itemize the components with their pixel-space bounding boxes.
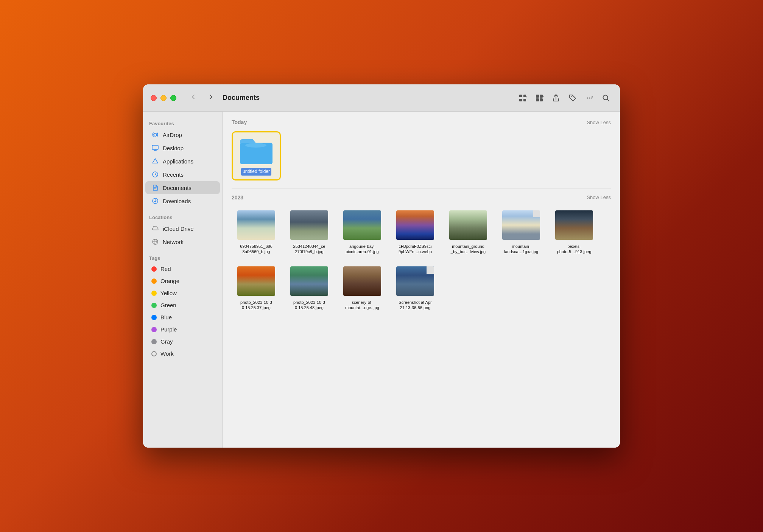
sidebar-item-tag-red[interactable]: Red: [145, 263, 220, 275]
list-view-button[interactable]: [533, 92, 546, 104]
svg-point-11: [587, 97, 588, 98]
svg-rect-17: [152, 145, 158, 149]
sidebar-item-desktop[interactable]: Desktop: [145, 142, 220, 154]
gray-label: Gray: [160, 338, 173, 345]
svg-rect-6: [540, 95, 543, 98]
photo-item-6[interactable]: mountain-landsca…1gxa.jpg: [497, 207, 546, 259]
svg-point-13: [591, 97, 592, 98]
year-label: 2023: [232, 194, 243, 201]
recents-label: Recents: [163, 171, 184, 178]
untitled-folder-item[interactable]: untitled folder: [232, 131, 281, 180]
photo-item-8[interactable]: photo_2023-10-30 15.25.37.jpeg: [232, 263, 281, 315]
minimize-button[interactable]: [160, 95, 167, 101]
sidebar-item-airdrop[interactable]: AirDrop: [145, 128, 220, 141]
yellow-dot: [151, 291, 157, 296]
photo-item-4[interactable]: cHJpdmF0ZS9sci9pbWFn…n.webp: [391, 207, 440, 259]
photo-item-10[interactable]: scenery-of-mountai…nge-.jpg: [338, 263, 387, 315]
maximize-button[interactable]: [170, 95, 176, 101]
photo-thumb-6: [502, 210, 540, 240]
photo-thumb-8: [237, 266, 275, 296]
sidebar-item-tag-gray[interactable]: Gray: [145, 336, 220, 347]
photo-item-9[interactable]: photo_2023-10-30 15.25.48.jpeg: [285, 263, 334, 315]
sidebar-item-tag-orange[interactable]: Orange: [145, 275, 220, 287]
sidebar-item-downloads[interactable]: Downloads: [145, 194, 220, 207]
photo-name-5: mountain_ground_by_bur…lview.jpg: [449, 243, 487, 255]
icloud-icon: [151, 225, 159, 232]
main-area: Favourites AirDrop: [143, 112, 620, 448]
photo-item-11[interactable]: Screenshot at Apr21 13-36-56.png: [391, 263, 440, 315]
photo-item-2[interactable]: 25341240344_ce270f19c8_b.jpg: [285, 207, 334, 259]
svg-rect-0: [519, 95, 522, 97]
search-button[interactable]: [600, 92, 612, 104]
photo-name-11: Screenshot at Apr21 13-36-56.png: [397, 299, 433, 311]
photo-item-7[interactable]: pexels-photo-5…913.jpeg: [550, 207, 599, 259]
share-button[interactable]: [550, 92, 562, 104]
tags-label: Tags: [143, 252, 222, 263]
titlebar-center: Documents: [184, 92, 516, 104]
icon-view-button[interactable]: [516, 92, 529, 104]
show-less-year-button[interactable]: Show Less: [587, 194, 611, 200]
sidebar-item-applications[interactable]: Applications: [145, 155, 220, 168]
red-dot: [151, 266, 157, 272]
photo-item-1[interactable]: 6904758951_6868a06560_b.jpg: [232, 207, 281, 259]
today-label: Today: [232, 119, 247, 125]
photo-name-7: pexels-photo-5…913.jpeg: [556, 243, 593, 255]
sidebar-item-tag-purple[interactable]: Purple: [145, 324, 220, 335]
desktop-label: Desktop: [163, 145, 184, 151]
applications-label: Applications: [163, 158, 193, 165]
airdrop-icon: [151, 131, 159, 138]
today-file-grid: untitled folder: [232, 131, 611, 180]
svg-marker-14: [592, 96, 593, 98]
sidebar: Favourites AirDrop: [143, 112, 223, 448]
orange-label: Orange: [160, 278, 179, 284]
photo-thumb-7: [555, 210, 593, 240]
airdrop-label: AirDrop: [163, 132, 182, 138]
back-button[interactable]: [188, 92, 199, 104]
documents-label: Documents: [163, 185, 192, 191]
sidebar-item-network[interactable]: Network: [145, 235, 220, 248]
photo-thumb-2: [290, 210, 328, 240]
svg-rect-2: [519, 99, 522, 101]
svg-point-22: [245, 143, 266, 148]
red-label: Red: [160, 266, 171, 272]
photo-item-5[interactable]: mountain_ground_by_bur…lview.jpg: [444, 207, 493, 259]
window-title: Documents: [223, 94, 260, 102]
photo-thumb-11: [396, 266, 434, 296]
more-button[interactable]: [583, 92, 596, 104]
locations-label: Locations: [143, 212, 222, 222]
untitled-folder-name: untitled folder: [241, 168, 271, 176]
sidebar-item-documents[interactable]: Documents: [145, 181, 220, 194]
desktop-icon: [151, 144, 159, 152]
sidebar-item-recents[interactable]: Recents: [145, 168, 220, 181]
sidebar-item-tag-green[interactable]: Green: [145, 299, 220, 311]
svg-point-12: [589, 97, 590, 98]
photo-item-3[interactable]: angourie-bay-picnic-area-01.jpg: [338, 207, 387, 259]
sidebar-item-tag-yellow[interactable]: Yellow: [145, 287, 220, 299]
content-area: Today Show Less untitled folder: [223, 112, 620, 448]
photo-name-10: scenery-of-mountai…nge-.jpg: [344, 299, 381, 311]
documents-icon: [151, 184, 159, 191]
photo-name-1: 6904758951_6868a06560_b.jpg: [238, 243, 274, 255]
downloads-label: Downloads: [163, 198, 191, 204]
titlebar: Documents: [143, 84, 620, 112]
photo-name-2: 25341240344_ce270f19c8_b.jpg: [291, 243, 327, 255]
tag-button[interactable]: [566, 92, 579, 104]
svg-point-10: [571, 96, 571, 97]
sidebar-item-tag-blue[interactable]: Blue: [145, 311, 220, 323]
year-file-grid: 6904758951_6868a06560_b.jpg 25341240344_…: [232, 207, 611, 315]
network-icon: [151, 238, 159, 246]
year-section-header: 2023 Show Less: [232, 194, 611, 201]
icloud-label: iCloud Drive: [163, 226, 194, 232]
sidebar-item-tag-work[interactable]: Work: [145, 348, 220, 359]
show-less-today-button[interactable]: Show Less: [587, 120, 611, 125]
blue-label: Blue: [160, 314, 172, 320]
sidebar-item-icloud[interactable]: iCloud Drive: [145, 222, 220, 235]
finder-window: Documents: [143, 84, 620, 448]
photo-thumb-4: [396, 210, 434, 240]
close-button[interactable]: [151, 95, 157, 101]
yellow-label: Yellow: [160, 290, 177, 296]
toolbar-actions: [516, 92, 612, 104]
network-label: Network: [163, 239, 184, 245]
favourites-label: Favourites: [143, 118, 222, 128]
forward-button[interactable]: [205, 92, 216, 104]
